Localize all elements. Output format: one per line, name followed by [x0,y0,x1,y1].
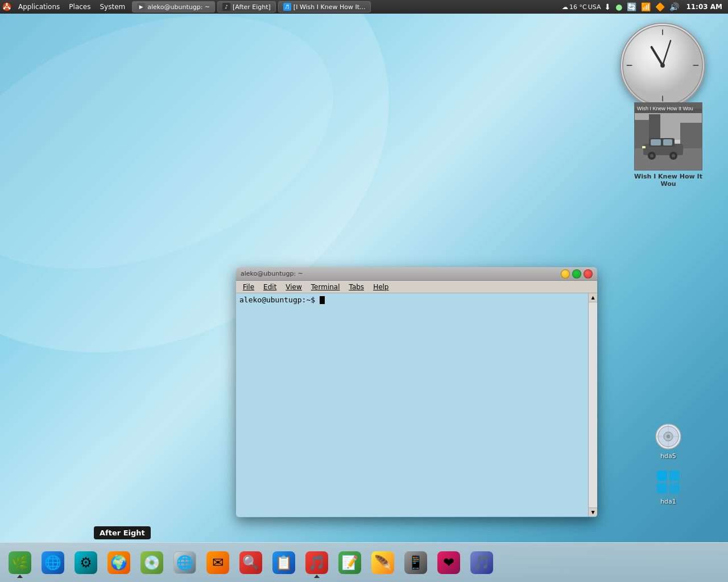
clock-widget [620,23,705,108]
weather-icon: ☁️ [562,3,568,11]
terminal-close-btn[interactable] [584,269,593,278]
desktop-icon-hda1[interactable]: hda1 [646,466,691,508]
dock-aftereight[interactable]: 🎵 [301,547,332,578]
svg-point-11 [660,63,665,68]
dock-mail[interactable]: ✉️ [202,547,233,578]
media-widget[interactable]: Wish I Knew How It Wou Wish I Knew How I… [631,102,705,188]
tray-time: 11:03 AM [682,3,726,11]
feather-icon: 🪶 [371,551,394,574]
terminal-window: aleko@ubuntugp: ~ File Edit View Termina… [236,267,597,517]
terminal-menu-view[interactable]: View [281,282,306,292]
dock-browser2[interactable]: 🌍 [104,547,134,578]
dock-notes[interactable]: 📋 [268,547,299,578]
tray-icon-2[interactable]: ● [614,2,623,11]
menu-applications[interactable]: Applications [14,0,64,14]
terminal-menu-tabs[interactable]: Tabs [345,282,369,292]
terminal-menu-help[interactable]: Help [369,282,393,292]
terminal-menu-edit[interactable]: Edit [259,282,281,292]
tray-icon-volume[interactable]: 🔊 [668,2,680,11]
terminal-menu-file[interactable]: File [238,282,259,292]
hda5-icon [655,423,682,450]
hda5-label: hda5 [660,452,676,460]
terminal-cursor [320,296,325,304]
svg-rect-17 [680,123,702,148]
settings-icon: ⚙️ [75,551,97,574]
browser2-icon: 🌍 [107,551,130,574]
mintinstall-icon: 🌿 [9,551,31,574]
dock-disc[interactable]: 💿 [136,547,167,578]
taskbar-windows: ▶ aleko@ubuntugp: ~ ♪ [After Eight] ♬ [I… [132,0,562,14]
mintinstall-arrow [17,575,23,578]
svg-point-1 [6,3,8,5]
svg-rect-38 [657,483,667,493]
terminal-body: aleko@ubuntugp:~$ ▲ ▼ [236,293,597,517]
music-icon: 🎵 [470,551,493,574]
dock-heart[interactable]: ❤️ [433,547,464,578]
tooltip-text: After Eight [100,529,145,537]
scrollbar-track[interactable] [589,302,597,508]
dock-mintinstall[interactable]: 🌿 [5,547,35,578]
desktop: Applications Places System ▶ aleko@ubunt… [0,0,728,582]
terminal-window-buttons [561,269,593,278]
weather-region: USA [588,3,601,11]
terminal-content[interactable]: aleko@ubuntugp:~$ [236,293,588,517]
menu-system[interactable]: System [95,0,130,14]
tray-icon-1[interactable]: ⬇ [603,2,612,11]
taskbar-aftereight[interactable]: ♪ [After Eight] [217,1,276,13]
tray-weather[interactable]: ☁️ 16 °C USA [562,3,601,11]
tray-icon-4[interactable]: 🔶 [654,2,666,11]
terminal-minimize-btn[interactable] [561,269,570,278]
taskbar-terminal-label: aleko@ubuntugp: ~ [147,3,210,11]
svg-point-23 [650,154,653,157]
dock-phone[interactable]: 📱 [400,547,431,578]
svg-rect-26 [642,146,646,148]
svg-rect-36 [657,471,667,481]
dock-feather[interactable]: 🪶 [367,547,398,578]
media-thumbnail: Wish I Knew How It Wou [634,102,702,171]
mail-icon: ✉️ [206,551,229,574]
bottom-dock: 🌿 🌐 ⚙️ 🌍 💿 🌐 ✉️ 🔍 � [0,542,728,582]
dock-settings[interactable]: ⚙️ [71,547,101,578]
taskbar-wishiknew[interactable]: ♬ [I Wish I Knew How It... [278,1,371,13]
ubuntu-logo[interactable] [0,0,14,14]
terminal-prompt: aleko@ubuntugp:~$ [239,296,320,304]
terminal-menu-terminal[interactable]: Terminal [307,282,345,292]
menu-places[interactable]: Places [64,0,95,14]
browser1-icon: 🌐 [42,551,64,574]
search-icon: 🔍 [239,551,262,574]
panel-left: Applications Places System [0,0,130,14]
svg-rect-37 [669,471,680,481]
terminal-titlebar: aleko@ubuntugp: ~ [236,267,597,281]
media-title: Wish I Knew How It Wou [631,173,705,188]
phone-icon: 📱 [404,551,427,574]
terminal-title: aleko@ubuntugp: ~ [241,270,561,277]
dock-globe[interactable]: 🌐 [169,547,200,578]
taskbar-terminal[interactable]: ▶ aleko@ubuntugp: ~ [132,1,215,13]
svg-rect-20 [651,139,661,146]
terminal-menubar: File Edit View Terminal Tabs Help [236,281,597,293]
scrollbar-up-btn[interactable]: ▲ [589,293,597,302]
desktop-icon-hda5[interactable]: hda5 [646,421,691,462]
svg-text:Wish I Knew How It Wou: Wish I Knew How It Wou [637,106,693,111]
taskbar-aftereight-label: [After Eight] [233,3,271,11]
terminal-maximize-btn[interactable] [572,269,581,278]
aftereight-icon: 🎵 [305,551,328,574]
tray-icon-network[interactable]: 📶 [640,2,652,11]
heart-icon: ❤️ [437,551,460,574]
hda1-label: hda1 [660,498,676,505]
terminal-taskbar-icon: ▶ [137,3,145,11]
dock-browser1[interactable]: 🌐 [38,547,68,578]
tooltip: After Eight [94,526,151,539]
weather-temp: 16 °C [569,3,587,11]
aftereight-taskbar-icon: ♪ [222,3,230,11]
dock-notepad[interactable]: 📝 [334,547,365,578]
svg-point-25 [672,154,675,157]
dock-music[interactable]: 🎵 [466,547,497,578]
notepad-icon: 📝 [338,551,361,574]
svg-rect-39 [669,483,680,493]
aftereight-arrow [314,575,320,578]
dock-search[interactable]: 🔍 [235,547,266,578]
tray-icon-3[interactable]: 🔄 [626,2,638,11]
scrollbar-down-btn[interactable]: ▼ [589,508,597,517]
terminal-scrollbar: ▲ ▼ [588,293,597,517]
